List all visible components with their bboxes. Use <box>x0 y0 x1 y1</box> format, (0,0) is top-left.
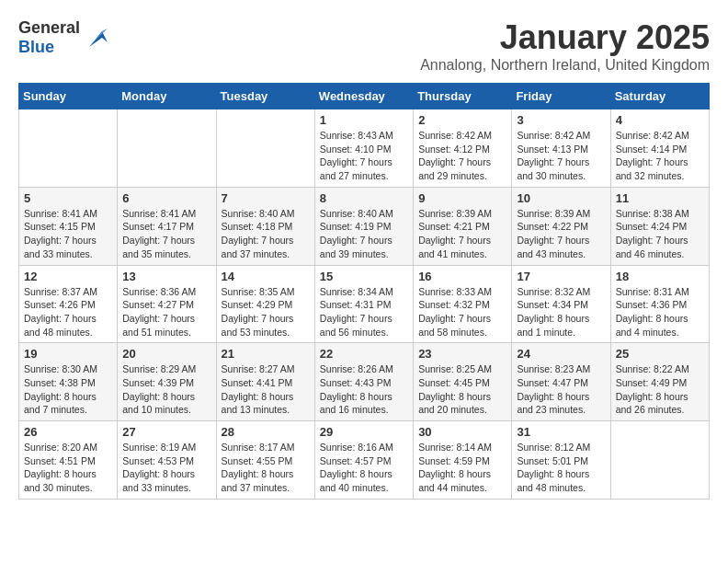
logo-text: General Blue <box>18 18 80 57</box>
day-info: Sunrise: 8:20 AM Sunset: 4:51 PM Dayligh… <box>24 441 112 495</box>
calendar-day-cell: 17Sunrise: 8:32 AM Sunset: 4:34 PM Dayli… <box>512 265 610 343</box>
logo-blue: Blue <box>18 38 54 56</box>
calendar-day-cell: 9Sunrise: 8:39 AM Sunset: 4:21 PM Daylig… <box>414 187 512 265</box>
day-number: 23 <box>418 347 506 361</box>
day-info: Sunrise: 8:23 AM Sunset: 4:47 PM Dayligh… <box>517 362 605 417</box>
logo: General Blue <box>18 18 109 57</box>
calendar-day-cell: 16Sunrise: 8:33 AM Sunset: 4:32 PM Dayli… <box>414 265 512 343</box>
day-number: 8 <box>320 191 408 205</box>
day-number: 11 <box>616 191 704 205</box>
calendar-day-cell: 5Sunrise: 8:41 AM Sunset: 4:15 PM Daylig… <box>19 187 118 265</box>
day-number: 27 <box>122 425 210 439</box>
calendar-day-cell: 28Sunrise: 8:17 AM Sunset: 4:55 PM Dayli… <box>216 421 314 500</box>
day-number: 4 <box>616 113 704 127</box>
day-number: 17 <box>517 270 605 283</box>
day-number: 15 <box>320 270 408 283</box>
day-info: Sunrise: 8:33 AM Sunset: 4:32 PM Dayligh… <box>418 285 506 339</box>
day-info: Sunrise: 8:31 AM Sunset: 4:36 PM Dayligh… <box>616 285 704 339</box>
day-number: 5 <box>24 191 112 205</box>
calendar-day-cell: 30Sunrise: 8:14 AM Sunset: 4:59 PM Dayli… <box>414 421 512 500</box>
day-header-tuesday: Tuesday <box>216 84 314 109</box>
calendar-empty-cell <box>610 421 709 500</box>
day-info: Sunrise: 8:41 AM Sunset: 4:15 PM Dayligh… <box>24 207 112 261</box>
day-number: 19 <box>24 347 112 361</box>
calendar-empty-cell <box>216 109 314 188</box>
day-header-sunday: Sunday <box>19 84 118 109</box>
day-info: Sunrise: 8:29 AM Sunset: 4:39 PM Dayligh… <box>122 362 210 417</box>
calendar-week-row: 1Sunrise: 8:43 AM Sunset: 4:10 PM Daylig… <box>19 109 710 188</box>
calendar-header-row: SundayMondayTuesdayWednesdayThursdayFrid… <box>19 84 710 109</box>
day-number: 1 <box>320 113 408 127</box>
day-number: 26 <box>24 425 112 439</box>
day-number: 21 <box>222 347 310 361</box>
calendar-day-cell: 13Sunrise: 8:36 AM Sunset: 4:27 PM Dayli… <box>118 265 216 343</box>
logo-icon <box>82 24 109 52</box>
calendar-day-cell: 12Sunrise: 8:37 AM Sunset: 4:26 PM Dayli… <box>19 265 118 343</box>
day-info: Sunrise: 8:19 AM Sunset: 4:53 PM Dayligh… <box>122 441 210 495</box>
day-info: Sunrise: 8:42 AM Sunset: 4:14 PM Dayligh… <box>616 129 704 183</box>
day-info: Sunrise: 8:39 AM Sunset: 4:21 PM Dayligh… <box>418 207 506 261</box>
day-number: 7 <box>222 191 310 205</box>
calendar-day-cell: 6Sunrise: 8:41 AM Sunset: 4:17 PM Daylig… <box>118 187 216 265</box>
day-header-monday: Monday <box>118 84 216 109</box>
day-info: Sunrise: 8:16 AM Sunset: 4:57 PM Dayligh… <box>320 441 408 495</box>
calendar-day-cell: 14Sunrise: 8:35 AM Sunset: 4:29 PM Dayli… <box>216 265 314 343</box>
calendar-day-cell: 27Sunrise: 8:19 AM Sunset: 4:53 PM Dayli… <box>118 421 216 500</box>
day-number: 10 <box>517 191 605 205</box>
day-number: 31 <box>517 425 605 439</box>
calendar-day-cell: 20Sunrise: 8:29 AM Sunset: 4:39 PM Dayli… <box>118 343 216 421</box>
logo-general: General <box>18 18 80 37</box>
day-number: 20 <box>122 347 210 361</box>
day-info: Sunrise: 8:38 AM Sunset: 4:24 PM Dayligh… <box>616 207 704 261</box>
day-number: 6 <box>122 191 210 205</box>
day-header-saturday: Saturday <box>610 84 709 109</box>
day-number: 9 <box>418 191 506 205</box>
calendar-day-cell: 19Sunrise: 8:30 AM Sunset: 4:38 PM Dayli… <box>19 343 118 421</box>
day-number: 12 <box>24 270 112 283</box>
day-info: Sunrise: 8:14 AM Sunset: 4:59 PM Dayligh… <box>418 441 506 495</box>
day-header-friday: Friday <box>512 84 610 109</box>
calendar-empty-cell <box>19 109 118 188</box>
day-info: Sunrise: 8:37 AM Sunset: 4:26 PM Dayligh… <box>24 285 112 339</box>
day-info: Sunrise: 8:12 AM Sunset: 5:01 PM Dayligh… <box>517 441 605 495</box>
day-info: Sunrise: 8:32 AM Sunset: 4:34 PM Dayligh… <box>517 285 605 339</box>
day-info: Sunrise: 8:30 AM Sunset: 4:38 PM Dayligh… <box>24 362 112 417</box>
calendar-day-cell: 8Sunrise: 8:40 AM Sunset: 4:19 PM Daylig… <box>314 187 413 265</box>
calendar-day-cell: 1Sunrise: 8:43 AM Sunset: 4:10 PM Daylig… <box>314 109 413 188</box>
day-info: Sunrise: 8:43 AM Sunset: 4:10 PM Dayligh… <box>320 129 408 183</box>
calendar-table: SundayMondayTuesdayWednesdayThursdayFrid… <box>18 83 710 500</box>
calendar-day-cell: 21Sunrise: 8:27 AM Sunset: 4:41 PM Dayli… <box>216 343 314 421</box>
calendar-day-cell: 29Sunrise: 8:16 AM Sunset: 4:57 PM Dayli… <box>314 421 413 500</box>
day-header-thursday: Thursday <box>414 84 512 109</box>
calendar-day-cell: 23Sunrise: 8:25 AM Sunset: 4:45 PM Dayli… <box>414 343 512 421</box>
calendar-day-cell: 3Sunrise: 8:42 AM Sunset: 4:13 PM Daylig… <box>512 109 610 188</box>
day-number: 30 <box>418 425 506 439</box>
day-info: Sunrise: 8:25 AM Sunset: 4:45 PM Dayligh… <box>418 362 506 417</box>
calendar-day-cell: 26Sunrise: 8:20 AM Sunset: 4:51 PM Dayli… <box>19 421 118 500</box>
day-info: Sunrise: 8:42 AM Sunset: 4:13 PM Dayligh… <box>517 129 605 183</box>
day-number: 25 <box>616 347 704 361</box>
page-header: General Blue January 2025 Annalong, Nort… <box>18 18 710 74</box>
calendar-day-cell: 2Sunrise: 8:42 AM Sunset: 4:12 PM Daylig… <box>414 109 512 188</box>
title-section: January 2025 Annalong, Northern Ireland,… <box>420 18 710 74</box>
day-info: Sunrise: 8:17 AM Sunset: 4:55 PM Dayligh… <box>222 441 310 495</box>
day-number: 2 <box>418 113 506 127</box>
day-info: Sunrise: 8:26 AM Sunset: 4:43 PM Dayligh… <box>320 362 408 417</box>
calendar-week-row: 26Sunrise: 8:20 AM Sunset: 4:51 PM Dayli… <box>19 421 710 500</box>
day-info: Sunrise: 8:41 AM Sunset: 4:17 PM Dayligh… <box>122 207 210 261</box>
day-info: Sunrise: 8:27 AM Sunset: 4:41 PM Dayligh… <box>222 362 310 417</box>
calendar-day-cell: 15Sunrise: 8:34 AM Sunset: 4:31 PM Dayli… <box>314 265 413 343</box>
day-info: Sunrise: 8:42 AM Sunset: 4:12 PM Dayligh… <box>418 129 506 183</box>
calendar-day-cell: 10Sunrise: 8:39 AM Sunset: 4:22 PM Dayli… <box>512 187 610 265</box>
day-number: 24 <box>517 347 605 361</box>
day-number: 18 <box>616 270 704 283</box>
location-title: Annalong, Northern Ireland, United Kingd… <box>420 57 710 74</box>
calendar-empty-cell <box>118 109 216 188</box>
day-info: Sunrise: 8:34 AM Sunset: 4:31 PM Dayligh… <box>320 285 408 339</box>
month-title: January 2025 <box>420 18 710 57</box>
day-number: 14 <box>222 270 310 283</box>
calendar-day-cell: 22Sunrise: 8:26 AM Sunset: 4:43 PM Dayli… <box>314 343 413 421</box>
calendar-day-cell: 25Sunrise: 8:22 AM Sunset: 4:49 PM Dayli… <box>610 343 709 421</box>
svg-marker-0 <box>89 31 108 47</box>
calendar-day-cell: 11Sunrise: 8:38 AM Sunset: 4:24 PM Dayli… <box>610 187 709 265</box>
